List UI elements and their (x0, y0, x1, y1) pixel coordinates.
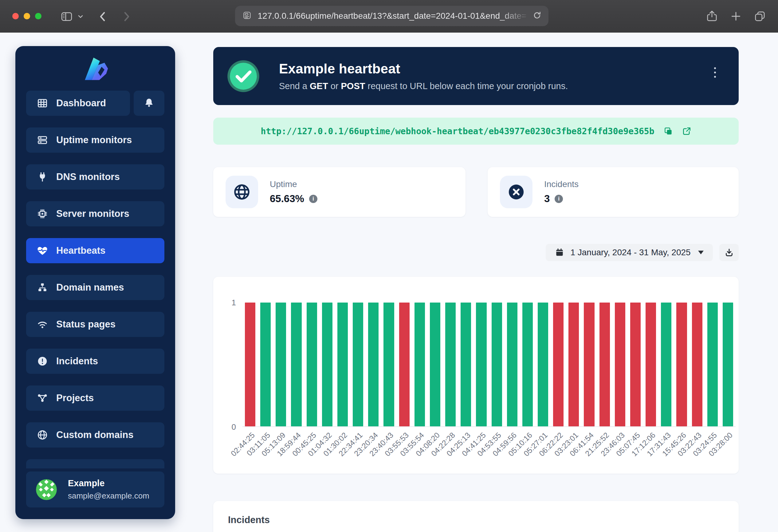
sidebar: Dashboard Uptime monitors (15, 46, 175, 519)
dashboard-icon (36, 97, 48, 109)
copy-icon[interactable] (664, 126, 673, 136)
wifi-icon (36, 319, 48, 330)
plug-icon (36, 171, 48, 183)
back-button[interactable] (98, 10, 108, 23)
sidebar-item-dns-monitors[interactable]: DNS monitors (26, 164, 164, 189)
chart-bar-down[interactable] (568, 302, 579, 426)
sidebar-item-dashboard[interactable]: Dashboard (26, 91, 130, 116)
page-settings-icon[interactable] (242, 11, 252, 21)
user-email: sample@example.com (68, 491, 149, 501)
more-options-button[interactable] (712, 65, 718, 80)
uptime-stat-card: Uptime 65.63% i (213, 167, 466, 217)
date-range-text: 1 January, 2024 - 31 May, 2025 (570, 248, 690, 257)
chart-bars (242, 302, 735, 427)
info-icon[interactable]: i (309, 195, 317, 203)
sidebar-item-label: Domain names (56, 282, 124, 293)
heartbeat-chart-card: 1 0 02:44:2503:11:0505:13:0918:59:4400:4… (213, 277, 739, 474)
forward-button[interactable] (121, 10, 132, 23)
window-controls (12, 13, 42, 19)
new-tab-icon[interactable] (729, 10, 743, 24)
info-icon[interactable]: i (555, 195, 563, 203)
user-name: Example (68, 478, 149, 489)
sidebar-item-heartbeats[interactable]: Heartbeats (26, 238, 164, 263)
incidents-label: Incidents (544, 179, 578, 189)
share-icon[interactable] (705, 10, 718, 24)
circle-x-icon (507, 183, 525, 201)
sidebar-item-label: Heartbeats (56, 245, 105, 256)
notifications-button[interactable] (134, 91, 164, 116)
reload-icon[interactable] (533, 11, 542, 21)
chart-bar-up[interactable] (368, 302, 379, 426)
sidebar-item-incidents[interactable]: Incidents (26, 349, 164, 374)
chart-bar-up[interactable] (723, 302, 733, 426)
sidebar-item-label: Projects (56, 392, 94, 404)
chart-bar-up[interactable] (507, 302, 518, 426)
sidebar-item-custom-domains[interactable]: Custom domains (26, 422, 164, 448)
chart-bar-down[interactable] (615, 302, 625, 426)
zoom-window-button[interactable] (35, 13, 42, 19)
page-subtitle: Send a GET or POST request to URL below … (279, 81, 568, 91)
webhook-url[interactable]: http://127.0.0.1/66uptime/webhook-heartb… (260, 126, 654, 137)
chart-bar-up[interactable] (414, 302, 425, 426)
chart-bar-down[interactable] (584, 302, 594, 426)
chart-bar-up[interactable] (476, 302, 486, 426)
sidebar-item-domain-names[interactable]: Domain names (26, 275, 164, 300)
chart-bar-down[interactable] (245, 302, 255, 426)
external-link-icon[interactable] (682, 126, 691, 136)
chart-bar-down[interactable] (630, 302, 641, 426)
sitemap-icon (36, 282, 48, 293)
uptime-label: Uptime (270, 179, 317, 189)
minimize-window-button[interactable] (24, 13, 30, 19)
chart-bar-up[interactable] (461, 302, 471, 426)
sidebar-item-label: Custom domains (56, 429, 133, 440)
chart-bar-up[interactable] (353, 302, 363, 426)
chart-bar-up[interactable] (430, 302, 440, 426)
chart-bar-down[interactable] (645, 302, 656, 426)
chart-bar-up[interactable] (291, 302, 301, 426)
chart-bar-up[interactable] (307, 302, 317, 426)
incidents-value: 3 (544, 193, 550, 204)
heartbeat-header-card: Example heartbeat Send a GET or POST req… (213, 47, 739, 105)
y-axis-tick: 0 (224, 422, 236, 432)
url-text[interactable]: 127.0.0.1/66uptime/heartbeat/13?&start_d… (252, 11, 533, 21)
browser-toolbar: 127.0.0.1/66uptime/heartbeat/13?&start_d… (0, 0, 778, 32)
chart-bar-up[interactable] (492, 302, 502, 426)
sidebar-item-projects[interactable]: Projects (26, 385, 164, 411)
uptime-icon-tile (226, 176, 258, 208)
chart-bar-up[interactable] (322, 302, 332, 426)
chevron-down-icon[interactable] (77, 13, 84, 20)
sidebar-item-partial[interactable] (26, 459, 164, 468)
chart-bar-down[interactable] (676, 302, 687, 426)
chart-bar-up[interactable] (538, 302, 548, 426)
sidebar-item-label: DNS monitors (56, 171, 120, 182)
heart-pulse-icon (36, 245, 48, 257)
chart-bar-up[interactable] (276, 302, 286, 426)
chart-bar-up[interactable] (383, 302, 394, 426)
sidebar-toggle-icon[interactable] (60, 10, 73, 23)
sidebar-item-label: Dashboard (56, 98, 106, 109)
chart-bar-down[interactable] (399, 302, 409, 426)
chart-bar-up[interactable] (522, 302, 533, 426)
chart-bar-up[interactable] (337, 302, 348, 426)
caret-down-icon (698, 251, 704, 254)
user-profile[interactable]: Example sample@example.com (26, 471, 164, 508)
avatar (36, 479, 57, 500)
chart-bar-down[interactable] (692, 302, 702, 426)
sidebar-item-label: Server monitors (56, 208, 129, 219)
chart-bar-up[interactable] (707, 302, 718, 426)
close-window-button[interactable] (12, 13, 19, 19)
date-range-picker[interactable]: 1 January, 2024 - 31 May, 2025 (546, 244, 713, 261)
sidebar-item-uptime-monitors[interactable]: Uptime monitors (26, 127, 164, 153)
chart-bar-down[interactable] (600, 302, 610, 426)
share-nodes-icon (36, 392, 48, 404)
tab-overview-icon[interactable] (754, 10, 766, 24)
chart-bar-up[interactable] (445, 302, 456, 426)
webhook-url-bar: http://127.0.0.1/66uptime/webhook-heartb… (213, 118, 739, 145)
chart-bar-up[interactable] (661, 302, 672, 426)
chart-bar-up[interactable] (260, 302, 271, 426)
download-button[interactable] (719, 244, 739, 261)
address-bar[interactable]: 127.0.0.1/66uptime/heartbeat/13?&start_d… (235, 6, 548, 26)
chart-bar-down[interactable] (553, 302, 563, 426)
sidebar-item-status-pages[interactable]: Status pages (26, 312, 164, 337)
sidebar-item-server-monitors[interactable]: Server monitors (26, 201, 164, 227)
